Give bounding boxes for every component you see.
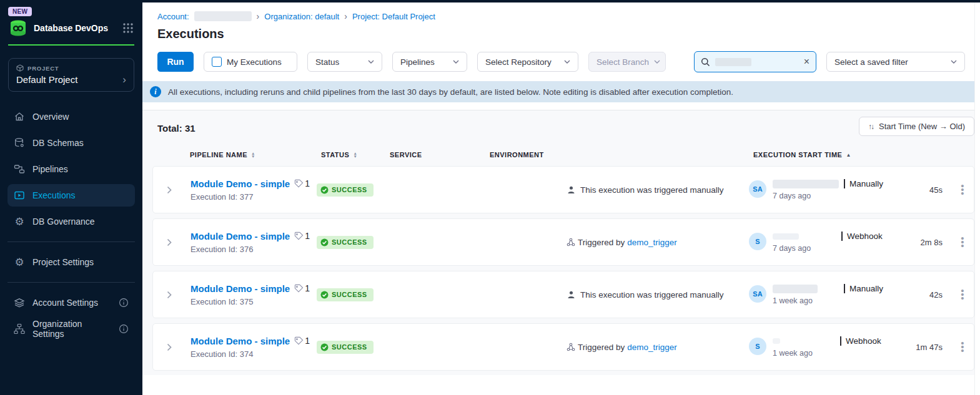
avatar: SA xyxy=(749,285,766,303)
pipeline-name-link[interactable]: Module Demo - simple xyxy=(191,231,290,241)
start-time-cell: SA Manually 1 week ago xyxy=(749,284,913,305)
expand-chevron-icon[interactable] xyxy=(153,238,186,246)
sidebar-item-label: Executions xyxy=(32,190,75,200)
sidebar-item-executions[interactable]: Executions xyxy=(7,184,135,207)
execution-id: Execution Id: 374 xyxy=(191,349,317,359)
sidebar-item-project-settings[interactable]: ⚙ Project Settings xyxy=(7,251,135,273)
column-header-pipeline-name[interactable]: PIPELINE NAME ▲▼ xyxy=(185,151,316,158)
sidebar-item-db-governance[interactable]: ⚙ DB Governance xyxy=(7,210,135,233)
chevron-down-icon xyxy=(564,60,570,64)
row-menu-icon[interactable]: ••• xyxy=(951,237,974,248)
trigger-cell: This execution was triggered manually xyxy=(567,290,749,300)
run-button[interactable]: Run xyxy=(157,52,194,72)
sort-toggle-icon[interactable]: ▲▼ xyxy=(251,152,255,158)
sidebar-item-db-schemas[interactable]: DB Schemas xyxy=(7,132,135,154)
trigger-link[interactable]: demo_trigger xyxy=(627,238,677,247)
org-chart-icon xyxy=(14,323,25,334)
execution-row[interactable]: Module Demo - simple 1 Execution Id: 374… xyxy=(152,323,974,371)
sort-order-label: Start Time (New → Old) xyxy=(879,122,965,131)
trigger-cell: Triggered by demo_trigger xyxy=(567,343,749,352)
sidebar-item-label: Pipelines xyxy=(32,164,68,174)
time-ago: 7 days ago xyxy=(773,244,883,253)
expand-chevron-icon[interactable] xyxy=(153,186,186,194)
trigger-text: Triggered by xyxy=(578,238,625,247)
row-menu-icon[interactable]: ••• xyxy=(951,184,974,195)
sort-ascending-icon: ▲ xyxy=(846,152,851,158)
sidebar-item-label: Project Settings xyxy=(32,257,94,267)
expand-chevron-icon[interactable] xyxy=(153,291,186,299)
chevron-down-icon xyxy=(654,60,660,64)
column-header-label: PIPELINE NAME xyxy=(190,151,247,158)
executions-icon xyxy=(14,190,25,201)
column-header-status[interactable]: STATUS ▲▼ xyxy=(316,151,385,158)
tag-count: 1 xyxy=(305,231,310,241)
breadcrumb-account[interactable]: Account: xyxy=(157,12,189,21)
breadcrumb-organization[interactable]: Organization: default xyxy=(264,12,339,21)
sort-toggle-icon[interactable]: ▲▼ xyxy=(353,152,357,158)
breadcrumb-project[interactable]: Project: Default Project xyxy=(352,12,435,21)
search-icon xyxy=(701,57,710,67)
saved-filter-dropdown[interactable]: Select a saved filter xyxy=(826,52,965,72)
redacted-search-text xyxy=(715,58,751,66)
sidebar-item-pipelines[interactable]: Pipelines xyxy=(7,158,135,180)
pipeline-name-link[interactable]: Module Demo - simple xyxy=(191,283,290,294)
redacted-user-name xyxy=(773,338,780,344)
tag-count: 1 xyxy=(305,178,310,188)
app-title: Database DevOps xyxy=(34,23,122,33)
expand-chevron-icon[interactable] xyxy=(153,343,186,351)
trigger-cell: This execution was triggered manually xyxy=(567,185,749,195)
trigger-text: This execution was triggered manually xyxy=(580,185,724,195)
execution-row[interactable]: Module Demo - simple 1 Execution Id: 376… xyxy=(152,218,974,266)
execution-row[interactable]: Module Demo - simple 1 Execution Id: 377… xyxy=(152,166,974,213)
clear-search-icon[interactable]: × xyxy=(804,57,809,67)
execution-id: Execution Id: 375 xyxy=(191,297,317,306)
redacted-account-name xyxy=(194,11,252,21)
info-banner-text: All executions, including reruns and chi… xyxy=(168,87,733,97)
status-filter-label: Status xyxy=(315,57,339,67)
tag-icon xyxy=(294,284,304,293)
trigger-link[interactable]: demo_trigger xyxy=(627,343,677,352)
scrollbar-track[interactable] xyxy=(974,2,980,395)
tag-count: 1 xyxy=(305,283,310,293)
sort-order-button[interactable]: ↑↓ Start Time (New → Old) xyxy=(859,117,974,136)
row-menu-icon[interactable]: ••• xyxy=(951,341,974,353)
project-label: PROJECT xyxy=(27,65,59,72)
sidebar-nav-secondary: ⚙ Project Settings xyxy=(0,251,142,273)
column-header-execution-start-time[interactable]: EXECUTION START TIME ▲ xyxy=(748,151,912,158)
trigger-mode-label: Webhook xyxy=(840,336,881,346)
status-badge: SUCCESS xyxy=(317,341,374,354)
pipeline-name-link[interactable]: Module Demo - simple xyxy=(191,336,290,346)
time-ago: 7 days ago xyxy=(773,192,883,200)
pipeline-name-link[interactable]: Module Demo - simple xyxy=(191,178,290,189)
trigger-mode-label: Webhook xyxy=(841,232,883,241)
search-input[interactable]: × xyxy=(694,51,816,72)
row-menu-icon[interactable]: ••• xyxy=(951,289,974,300)
sidebar-item-organization-settings[interactable]: Organization Settings xyxy=(7,318,135,340)
column-header-label: ENVIRONMENT xyxy=(490,151,544,158)
project-selector[interactable]: PROJECT Default Project › xyxy=(8,58,134,92)
my-executions-checkbox[interactable] xyxy=(212,57,222,67)
column-header-label: SERVICE xyxy=(390,151,422,158)
repository-filter-dropdown[interactable]: Select Repository xyxy=(477,52,578,72)
sidebar-item-account-settings[interactable]: Account Settings xyxy=(7,291,135,314)
branch-filter-label: Select Branch xyxy=(596,57,649,67)
sidebar: NEW Database DevOps xyxy=(0,0,142,395)
info-circle-icon[interactable] xyxy=(119,324,129,334)
module-grid-icon[interactable] xyxy=(122,22,134,34)
sidebar-item-overview[interactable]: Overview xyxy=(7,105,135,128)
status-filter-dropdown[interactable]: Status xyxy=(307,52,382,72)
pipelines-icon xyxy=(14,163,25,175)
execution-id: Execution Id: 376 xyxy=(191,245,317,254)
time-ago: 1 week ago xyxy=(773,349,881,358)
database-icon xyxy=(14,137,25,149)
trigger-text: Triggered by xyxy=(578,343,625,352)
info-icon: i xyxy=(150,86,161,97)
info-circle-icon[interactable] xyxy=(119,298,129,308)
brand-header: NEW Database DevOps xyxy=(0,0,142,46)
execution-row[interactable]: Module Demo - simple 1 Execution Id: 375… xyxy=(152,271,974,318)
my-executions-toggle[interactable]: My Executions xyxy=(204,52,297,72)
time-ago: 1 week ago xyxy=(773,296,883,305)
sidebar-nav: Overview DB Schemas xyxy=(0,92,142,233)
pipelines-filter-dropdown[interactable]: Pipelines xyxy=(392,52,467,72)
status-badge: SUCCESS xyxy=(317,183,374,197)
